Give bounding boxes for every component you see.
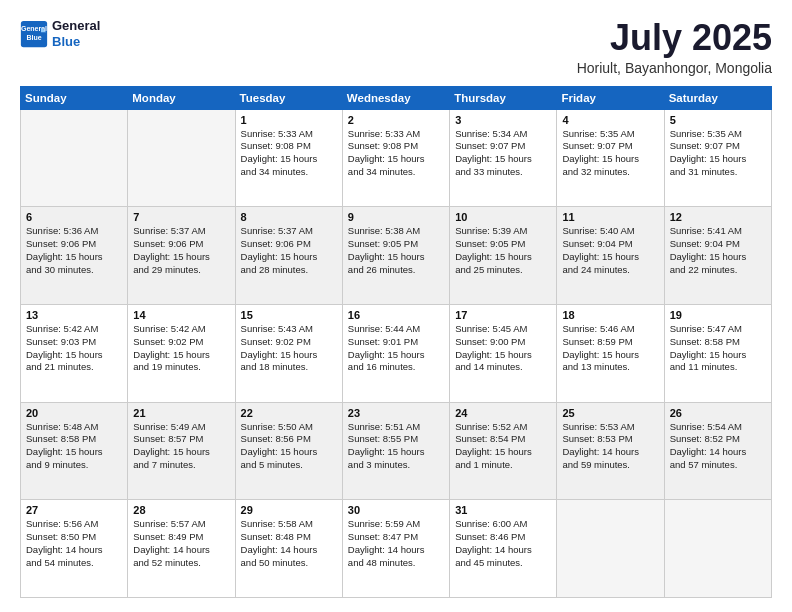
cell-detail: Daylight: 15 hours (455, 153, 551, 166)
cell-detail: and 24 minutes. (562, 264, 658, 277)
cell-detail: Sunset: 8:52 PM (670, 433, 766, 446)
cell-detail: and 57 minutes. (670, 459, 766, 472)
table-row: 11Sunrise: 5:40 AMSunset: 9:04 PMDayligh… (557, 207, 664, 305)
cell-detail: Sunrise: 5:43 AM (241, 323, 337, 336)
cell-detail: Sunset: 8:54 PM (455, 433, 551, 446)
cell-detail: Daylight: 14 hours (133, 544, 229, 557)
cell-detail: Daylight: 15 hours (348, 153, 444, 166)
cell-detail: Daylight: 14 hours (455, 544, 551, 557)
cell-detail: Daylight: 15 hours (670, 251, 766, 264)
table-row: 24Sunrise: 5:52 AMSunset: 8:54 PMDayligh… (450, 402, 557, 500)
cell-detail: Daylight: 14 hours (670, 446, 766, 459)
cell-detail: Daylight: 15 hours (455, 446, 551, 459)
cell-detail: Sunset: 8:47 PM (348, 531, 444, 544)
cell-detail: and 5 minutes. (241, 459, 337, 472)
cell-detail: Daylight: 14 hours (562, 446, 658, 459)
day-number: 30 (348, 504, 444, 516)
cell-detail: Sunset: 8:55 PM (348, 433, 444, 446)
cell-detail: Daylight: 15 hours (133, 349, 229, 362)
cell-detail: Sunset: 8:58 PM (670, 336, 766, 349)
cell-detail: Sunrise: 5:38 AM (348, 225, 444, 238)
svg-text:Blue: Blue (26, 34, 41, 41)
table-row: 15Sunrise: 5:43 AMSunset: 9:02 PMDayligh… (235, 304, 342, 402)
cell-detail: Sunrise: 5:34 AM (455, 128, 551, 141)
table-row: 20Sunrise: 5:48 AMSunset: 8:58 PMDayligh… (21, 402, 128, 500)
cell-detail: Sunset: 9:02 PM (241, 336, 337, 349)
day-number: 18 (562, 309, 658, 321)
calendar-week-row: 1Sunrise: 5:33 AMSunset: 9:08 PMDaylight… (21, 109, 772, 207)
cell-detail: and 31 minutes. (670, 166, 766, 179)
cell-detail: Sunset: 8:53 PM (562, 433, 658, 446)
table-row (664, 500, 771, 598)
calendar-header-row: Sunday Monday Tuesday Wednesday Thursday… (21, 86, 772, 109)
cell-detail: Daylight: 15 hours (455, 251, 551, 264)
cell-detail: Sunrise: 5:52 AM (455, 421, 551, 434)
table-row: 12Sunrise: 5:41 AMSunset: 9:04 PMDayligh… (664, 207, 771, 305)
cell-detail: Sunrise: 5:42 AM (133, 323, 229, 336)
cell-detail: and 48 minutes. (348, 557, 444, 570)
col-tuesday: Tuesday (235, 86, 342, 109)
cell-detail: Sunset: 9:06 PM (241, 238, 337, 251)
cell-detail: Sunrise: 5:39 AM (455, 225, 551, 238)
cell-detail: and 29 minutes. (133, 264, 229, 277)
cell-detail: Sunset: 8:57 PM (133, 433, 229, 446)
cell-detail: Sunset: 9:05 PM (455, 238, 551, 251)
day-number: 1 (241, 114, 337, 126)
cell-detail: and 1 minute. (455, 459, 551, 472)
table-row: 30Sunrise: 5:59 AMSunset: 8:47 PMDayligh… (342, 500, 449, 598)
cell-detail: Daylight: 14 hours (348, 544, 444, 557)
cell-detail: Sunrise: 5:54 AM (670, 421, 766, 434)
table-row: 2Sunrise: 5:33 AMSunset: 9:08 PMDaylight… (342, 109, 449, 207)
cell-detail: Daylight: 15 hours (241, 153, 337, 166)
cell-detail: Sunrise: 5:37 AM (241, 225, 337, 238)
cell-detail: Daylight: 15 hours (133, 251, 229, 264)
page: General Blue General Blue July 2025 Hori… (0, 0, 792, 612)
cell-detail: Sunset: 9:07 PM (562, 140, 658, 153)
table-row: 8Sunrise: 5:37 AMSunset: 9:06 PMDaylight… (235, 207, 342, 305)
table-row (21, 109, 128, 207)
cell-detail: Daylight: 15 hours (348, 446, 444, 459)
cell-detail: Sunset: 9:00 PM (455, 336, 551, 349)
table-row: 23Sunrise: 5:51 AMSunset: 8:55 PMDayligh… (342, 402, 449, 500)
calendar-week-row: 6Sunrise: 5:36 AMSunset: 9:06 PMDaylight… (21, 207, 772, 305)
cell-detail: Sunset: 8:59 PM (562, 336, 658, 349)
table-row: 29Sunrise: 5:58 AMSunset: 8:48 PMDayligh… (235, 500, 342, 598)
cell-detail: Sunset: 8:50 PM (26, 531, 122, 544)
day-number: 15 (241, 309, 337, 321)
day-number: 9 (348, 211, 444, 223)
cell-detail: Sunset: 8:46 PM (455, 531, 551, 544)
day-number: 5 (670, 114, 766, 126)
cell-detail: Sunrise: 5:35 AM (562, 128, 658, 141)
cell-detail: Sunrise: 5:59 AM (348, 518, 444, 531)
col-saturday: Saturday (664, 86, 771, 109)
day-number: 14 (133, 309, 229, 321)
header: General Blue General Blue July 2025 Hori… (20, 18, 772, 76)
day-number: 31 (455, 504, 551, 516)
table-row: 1Sunrise: 5:33 AMSunset: 9:08 PMDaylight… (235, 109, 342, 207)
cell-detail: Sunrise: 5:41 AM (670, 225, 766, 238)
cell-detail: and 18 minutes. (241, 361, 337, 374)
logo: General Blue General Blue (20, 18, 100, 49)
cell-detail: Sunset: 9:07 PM (455, 140, 551, 153)
cell-detail: Daylight: 14 hours (241, 544, 337, 557)
logo-text: General Blue (52, 18, 100, 49)
day-number: 23 (348, 407, 444, 419)
table-row: 28Sunrise: 5:57 AMSunset: 8:49 PMDayligh… (128, 500, 235, 598)
col-monday: Monday (128, 86, 235, 109)
day-number: 21 (133, 407, 229, 419)
table-row: 13Sunrise: 5:42 AMSunset: 9:03 PMDayligh… (21, 304, 128, 402)
day-number: 27 (26, 504, 122, 516)
cell-detail: Daylight: 15 hours (562, 251, 658, 264)
cell-detail: Daylight: 15 hours (241, 446, 337, 459)
cell-detail: Daylight: 15 hours (562, 349, 658, 362)
day-number: 19 (670, 309, 766, 321)
cell-detail: Sunset: 9:03 PM (26, 336, 122, 349)
cell-detail: Sunrise: 5:58 AM (241, 518, 337, 531)
cell-detail: Daylight: 15 hours (26, 349, 122, 362)
cell-detail: Sunrise: 5:50 AM (241, 421, 337, 434)
table-row: 18Sunrise: 5:46 AMSunset: 8:59 PMDayligh… (557, 304, 664, 402)
cell-detail: Sunset: 9:07 PM (670, 140, 766, 153)
cell-detail: Daylight: 15 hours (562, 153, 658, 166)
cell-detail: and 59 minutes. (562, 459, 658, 472)
cell-detail: Sunset: 9:01 PM (348, 336, 444, 349)
